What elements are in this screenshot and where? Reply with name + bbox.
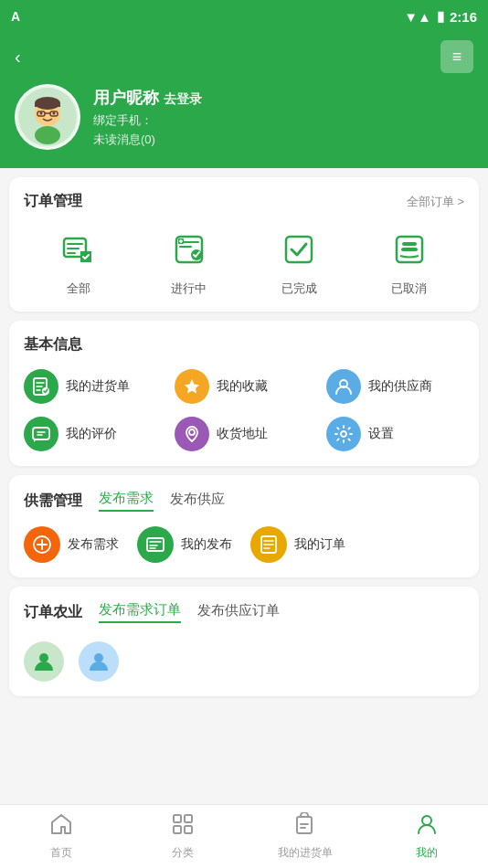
info-address[interactable]: 收货地址 bbox=[175, 417, 313, 451]
unread-messages: 未读消息(0) bbox=[93, 132, 202, 148]
header-nav: ‹ ≡ bbox=[15, 40, 473, 73]
my-publish-icon bbox=[137, 526, 174, 563]
purchase-list-label: 我的进货单 bbox=[66, 378, 130, 395]
supply-title: 供需管理 bbox=[24, 492, 82, 511]
order-completed-label: 已完成 bbox=[281, 281, 317, 297]
info-supplier[interactable]: 我的供应商 bbox=[326, 369, 464, 404]
nav-mine-label: 我的 bbox=[416, 845, 438, 861]
svg-rect-35 bbox=[297, 817, 312, 833]
address-icon bbox=[175, 417, 209, 451]
my-order-label: 我的订单 bbox=[294, 536, 345, 553]
status-network: A bbox=[11, 9, 20, 24]
supply-my-order[interactable]: 我的订单 bbox=[250, 526, 345, 563]
order-all-label: 全部 bbox=[67, 281, 90, 297]
all-orders-link[interactable]: 全部订单 > bbox=[407, 194, 464, 210]
supplier-label: 我的供应商 bbox=[368, 378, 432, 395]
agri-avatar-2 bbox=[79, 641, 119, 682]
my-publish-label: 我的发布 bbox=[181, 536, 232, 553]
order-icons-row: 全部 进行中 bbox=[24, 226, 464, 297]
settings-label: 设置 bbox=[368, 426, 394, 442]
order-cancelled-icon bbox=[386, 226, 433, 273]
supply-tab-bar: 供需管理 发布需求 发布供应 bbox=[24, 490, 464, 512]
svg-point-36 bbox=[422, 816, 431, 825]
avatar[interactable] bbox=[15, 84, 80, 150]
settings-icon bbox=[326, 417, 361, 451]
info-settings[interactable]: 设置 bbox=[326, 417, 464, 451]
signal-icon: ▼▲ bbox=[404, 9, 431, 25]
order-ongoing[interactable]: 进行中 bbox=[165, 226, 213, 297]
reviews-label: 我的评价 bbox=[66, 426, 117, 442]
user-details: 用户昵称 去登录 绑定手机： 未读消息(0) bbox=[93, 87, 202, 148]
nav-home[interactable]: 首页 bbox=[0, 812, 122, 861]
status-bar: A ▼▲ ▮ 2:16 bbox=[0, 0, 488, 33]
supply-my-publish[interactable]: 我的发布 bbox=[137, 526, 232, 563]
svg-rect-31 bbox=[174, 815, 181, 822]
svg-rect-16 bbox=[286, 237, 312, 262]
agri-avatar-1 bbox=[24, 641, 64, 682]
supplier-icon bbox=[326, 369, 361, 404]
battery-icon: ▮ bbox=[437, 8, 444, 25]
order-completed[interactable]: 已完成 bbox=[275, 226, 323, 297]
order-all[interactable]: 全部 bbox=[55, 226, 102, 297]
info-reviews[interactable]: 我的评价 bbox=[24, 417, 162, 451]
order-cancelled[interactable]: 已取消 bbox=[386, 226, 433, 297]
user-phone: 绑定手机： bbox=[93, 112, 202, 129]
order-cancelled-label: 已取消 bbox=[391, 281, 427, 297]
purchase-list-icon bbox=[24, 369, 58, 404]
svg-point-8 bbox=[40, 112, 43, 115]
header: ‹ ≡ bbox=[0, 33, 488, 168]
user-info: 用户昵称 去登录 绑定手机： 未读消息(0) bbox=[15, 84, 473, 150]
svg-point-29 bbox=[39, 653, 48, 662]
status-time: 2:16 bbox=[450, 9, 477, 25]
basic-info-card: 基本信息 我的进货单 bbox=[9, 321, 479, 466]
mine-icon bbox=[415, 812, 439, 842]
supply-publish-demand[interactable]: 发布需求 bbox=[24, 526, 119, 563]
tab-demand-order[interactable]: 发布需求订单 bbox=[99, 601, 181, 623]
order-management-card: 订单管理 全部订单 > 全部 bbox=[9, 177, 479, 312]
nav-purchase[interactable]: 我的进货单 bbox=[244, 812, 366, 861]
home-icon bbox=[49, 812, 73, 842]
menu-button[interactable]: ≡ bbox=[440, 40, 473, 73]
bottom-nav: 首页 分类 我的进货单 我的 bbox=[0, 804, 488, 868]
back-button[interactable]: ‹ bbox=[15, 47, 21, 68]
order-card-header: 订单管理 全部订单 > bbox=[24, 192, 464, 211]
svg-rect-4 bbox=[35, 103, 60, 107]
favorites-icon bbox=[175, 369, 209, 404]
order-completed-icon bbox=[275, 226, 323, 273]
svg-point-24 bbox=[189, 429, 195, 435]
svg-rect-32 bbox=[185, 815, 192, 822]
nav-home-label: 首页 bbox=[50, 845, 72, 861]
order-title: 订单管理 bbox=[24, 192, 82, 211]
tab-publish-demand[interactable]: 发布需求 bbox=[99, 490, 154, 512]
order-all-icon bbox=[55, 226, 102, 273]
user-name[interactable]: 用户昵称 去登录 bbox=[93, 87, 202, 109]
nav-category[interactable]: 分类 bbox=[122, 812, 245, 861]
order-agriculture-card: 订单农业 发布需求订单 发布供应订单 bbox=[9, 587, 479, 696]
nav-mine[interactable]: 我的 bbox=[366, 812, 489, 861]
basic-info-grid: 我的进货单 我的收藏 我的供应商 bbox=[24, 369, 464, 451]
svg-point-1 bbox=[35, 126, 60, 144]
publish-demand-label: 发布需求 bbox=[68, 536, 119, 553]
svg-rect-27 bbox=[147, 538, 164, 551]
favorites-label: 我的收藏 bbox=[217, 378, 268, 395]
publish-demand-icon bbox=[24, 526, 60, 563]
tab-supply-order[interactable]: 发布供应订单 bbox=[197, 602, 280, 622]
svg-marker-21 bbox=[185, 379, 199, 394]
nav-category-label: 分类 bbox=[172, 845, 194, 861]
tab-publish-supply[interactable]: 发布供应 bbox=[170, 491, 225, 511]
status-right: ▼▲ ▮ 2:16 bbox=[404, 8, 477, 25]
category-icon bbox=[171, 812, 195, 842]
info-favorites[interactable]: 我的收藏 bbox=[175, 369, 313, 404]
svg-rect-34 bbox=[185, 826, 192, 833]
svg-rect-18 bbox=[401, 248, 418, 251]
info-purchase-list[interactable]: 我的进货单 bbox=[24, 369, 162, 404]
svg-rect-33 bbox=[174, 826, 181, 833]
hamburger-icon: ≡ bbox=[452, 48, 462, 67]
order-ongoing-label: 进行中 bbox=[171, 281, 207, 297]
basic-info-header: 基本信息 bbox=[24, 335, 464, 355]
svg-point-30 bbox=[94, 653, 103, 662]
basic-info-title: 基本信息 bbox=[24, 335, 82, 355]
svg-rect-23 bbox=[33, 428, 49, 439]
svg-point-25 bbox=[341, 431, 346, 437]
svg-point-9 bbox=[53, 112, 56, 115]
